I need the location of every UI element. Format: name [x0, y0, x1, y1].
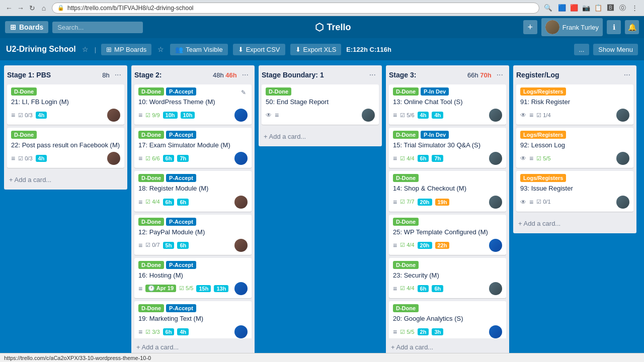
mp-boards-star-button[interactable]: ☆ [156, 44, 165, 54]
card-edit-button-card10[interactable]: ✎ [238, 87, 249, 98]
list-menu-button-stage2[interactable]: ··· [239, 69, 252, 80]
card-labels-card21: D-Done [11, 87, 120, 96]
eye-icon: 👁 [520, 112, 526, 119]
card-card50[interactable]: D-Done50: End Stage Report👁≡ [262, 84, 379, 125]
card-card18[interactable]: D-DoneP-Accept18: Register Module (M)≡☑ … [134, 171, 252, 211]
card-label: D-Done [393, 174, 419, 182]
card-card92[interactable]: Logs/Registers92: Lesson Log👁≡☑ 5/5 [516, 128, 633, 168]
more-button[interactable]: ... [574, 44, 590, 55]
info-button[interactable]: ℹ [607, 20, 621, 34]
status-bar-text: https://trello.com/c/aCa2oXPX/33-10-word… [4, 355, 151, 361]
ext-icon-3[interactable]: 📷 [581, 3, 592, 14]
card-avatar-card25 [489, 239, 502, 252]
card-card13[interactable]: D-DoneP-In Dev13: Online Chat Tool (S)≡☑… [389, 84, 506, 125]
checklist-badge-card92: ☑ 5/5 [536, 155, 550, 162]
card-card12[interactable]: D-DoneP-Accept12: PayPal Module (M)≡☑ 0/… [134, 215, 252, 255]
time-badge: 7h [177, 155, 189, 162]
checklist-badge-card18: ☑ 4/4 [145, 199, 159, 205]
card-meta-card20: ≡☑ 5/52h3h [393, 328, 443, 336]
card-label: D-Done [138, 131, 164, 139]
ext-icon-6[interactable]: ⓪ [617, 3, 628, 14]
board-title[interactable]: U2-Driving School [6, 45, 76, 54]
export-xls-button[interactable]: ⬇ Export XLS [290, 44, 342, 55]
create-button[interactable]: + [523, 20, 537, 34]
card-labels-card13: D-DoneP-In Dev [393, 87, 502, 96]
ext-icon-4[interactable]: 📋 [593, 3, 604, 14]
card-card17[interactable]: D-DoneP-Accept17: Exam Simulator Module … [134, 128, 252, 168]
card-meta-card25: ≡☑ 4/420h22h [393, 241, 449, 249]
card-card19[interactable]: D-DoneP-Accept19: Marketing Text (M)≡☑ 3… [134, 301, 252, 338]
time-badge: 6h [163, 155, 175, 162]
ext-icon-2[interactable]: 🟥 [569, 3, 580, 14]
refresh-button[interactable]: ↻ [27, 3, 37, 13]
address-bar[interactable]: 🔒 https://trello.com/b/TIFVAJH8/u2-drivi… [52, 3, 539, 14]
lines-icon: ≡ [393, 328, 397, 336]
ext-icon-5[interactable]: 🅱 [605, 3, 616, 14]
user-menu-button[interactable]: Frank Turley [541, 18, 603, 36]
card-avatar-card92 [616, 152, 629, 165]
browser-search-button[interactable]: 🔍 [542, 3, 553, 14]
ext-icon-7[interactable]: ⋮ [629, 3, 640, 14]
card-label: Logs/Registers [520, 87, 566, 96]
card-card20[interactable]: D-Done20: Google Analytics (S)≡☑ 5/52h3h [389, 301, 506, 338]
add-card-button-stage3[interactable]: + Add a card... [389, 340, 506, 354]
card-title-card17: 17: Exam Simulator Module (M) [138, 141, 248, 150]
card-footer-card14: ≡☑ 7/720h19h [393, 196, 502, 209]
lines-icon: ≡ [11, 111, 15, 119]
team-visible-button[interactable]: 👥 Team Visible [170, 44, 227, 55]
card-card10[interactable]: ✎D-DoneP-Accept10: WordPress Theme (M)≡☑… [134, 84, 252, 125]
show-menu-button[interactable]: Show Menu [593, 44, 638, 55]
card-label: D-Done [11, 87, 37, 96]
header-right-section: + Frank Turley ℹ 🔔 [523, 18, 639, 36]
card-labels-card14: D-Done [393, 174, 502, 182]
card-title-card91: 91: Risk Register [520, 98, 629, 107]
card-card91[interactable]: Logs/Registers91: Risk Register👁≡☑ 1/4 [516, 84, 633, 125]
card-title-card21: 21: LI, FB Login (M) [11, 98, 120, 107]
list-menu-button-stage3[interactable]: ··· [494, 69, 506, 80]
time-badge: 4h [36, 112, 47, 119]
add-card-button-stage1[interactable]: + Add a card... [7, 173, 124, 187]
ext-icon-1[interactable]: 🟦 [556, 3, 568, 14]
time-badge: 20h [418, 242, 432, 249]
card-card23[interactable]: D-Done23: Security (M)≡☑ 4/46h6h [389, 258, 506, 298]
add-card-button-stageboundary[interactable]: + Add a card... [262, 130, 379, 143]
back-button[interactable]: ← [4, 3, 14, 13]
time-badge: 4h [177, 328, 189, 335]
timer-display: E:122h C:116h [346, 46, 391, 53]
boards-button[interactable]: ⊞ Boards [5, 21, 48, 33]
forward-button[interactable]: → [16, 3, 26, 13]
user-avatar-image [545, 20, 559, 34]
list-menu-button-registerlog[interactable]: ··· [621, 69, 633, 80]
header-search-input[interactable] [52, 22, 143, 33]
secure-icon: 🔒 [57, 5, 64, 11]
card-label: D-Done [138, 174, 164, 182]
list-cards-stage3: D-DoneP-In Dev13: Online Chat Tool (S)≡☑… [389, 84, 506, 338]
card-card14[interactable]: D-Done14: Shop & Checkout (M)≡☑ 7/720h19… [389, 171, 506, 211]
trello-logo-icon: ⬡ [315, 21, 324, 33]
card-card25[interactable]: D-Done25: WP Template Configured (M)≡☑ 4… [389, 215, 506, 255]
card-title-card15: 15: Trial Simulator 30 Q&A (S) [393, 141, 502, 150]
notifications-button[interactable]: 🔔 [625, 20, 639, 34]
card-card15[interactable]: D-DoneP-In Dev15: Trial Simulator 30 Q&A… [389, 128, 506, 168]
card-card22[interactable]: D-Done22: Post pass result on Facebook (… [7, 128, 124, 168]
star-button[interactable]: ☆ [81, 44, 90, 54]
list-stageboundary: Stage Boundary: 1···D-Done50: End Stage … [259, 65, 382, 146]
list-menu-button-stage1[interactable]: ··· [112, 69, 124, 80]
eye-icon: 👁 [520, 199, 526, 206]
card-footer-card91: 👁≡☑ 1/4 [520, 109, 629, 122]
card-label: P-Accept [166, 218, 196, 226]
trello-header: ⊞ Boards ⬡ Trello + Frank Turley ℹ 🔔 [0, 16, 644, 38]
add-card-button-registerlog[interactable]: + Add a card... [516, 217, 633, 230]
list-menu-button-stageboundary[interactable]: ··· [366, 69, 379, 80]
card-title-card14: 14: Shop & Checkout (M) [393, 184, 502, 193]
card-card16[interactable]: D-DoneP-Accept16: Hosting (M)≡🕐 Apr 19☑ … [134, 258, 252, 298]
export-csv-button[interactable]: ⬇ Export CSV [233, 44, 285, 55]
list-stage3: Stage 3:66h 70h···D-DoneP-In Dev13: Onli… [386, 65, 509, 357]
card-card21[interactable]: D-Done21: LI, FB Login (M)≡☑ 0/34h [7, 84, 124, 125]
card-label: P-Accept [166, 87, 196, 96]
list-cards-registerlog: Logs/Registers91: Risk Register👁≡☑ 1/4Lo… [516, 84, 633, 215]
home-button[interactable]: ⌂ [39, 3, 49, 13]
card-card93[interactable]: Logs/Registers93: Issue Register👁≡☑ 0/1 [516, 171, 633, 211]
add-card-button-stage2[interactable]: + Add a card... [134, 340, 252, 354]
mp-boards-button[interactable]: ⊞ MP Boards [101, 44, 151, 55]
